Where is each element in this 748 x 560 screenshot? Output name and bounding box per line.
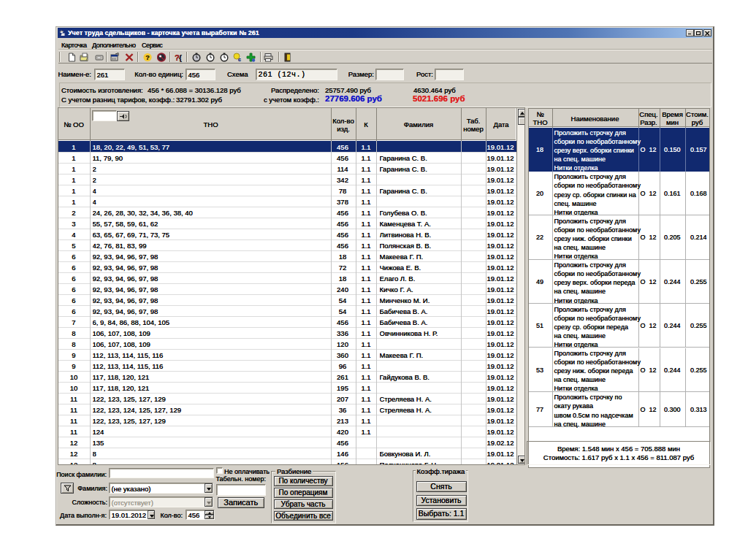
svg-text:?: ?	[145, 53, 150, 61]
svg-text:c: c	[238, 57, 241, 62]
svg-text:{: {	[179, 53, 182, 61]
